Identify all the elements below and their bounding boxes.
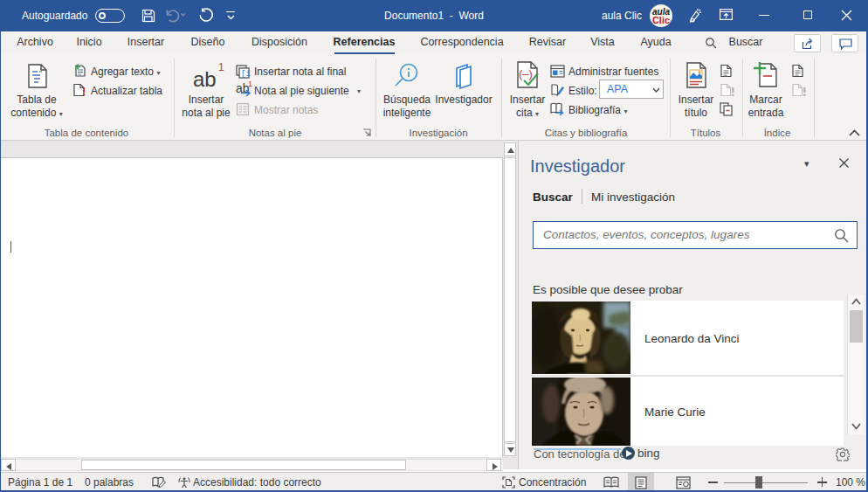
svg-text:(–): (–) bbox=[519, 67, 533, 80]
svg-text:!: ! bbox=[82, 85, 86, 97]
svg-text:[i]: [i] bbox=[241, 70, 251, 79]
